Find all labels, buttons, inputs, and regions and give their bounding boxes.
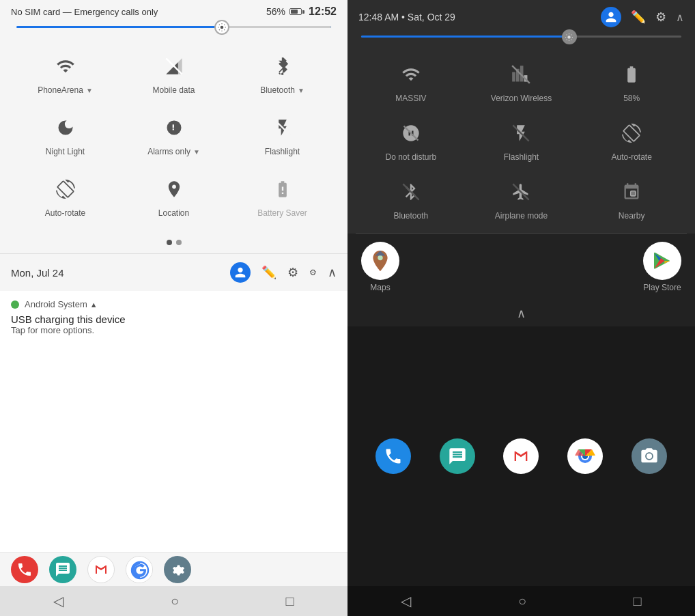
nav-bar-right: ◁ ○ □	[348, 586, 695, 616]
tile-icon-auto-rotate	[52, 176, 79, 203]
tile-battery[interactable]: 58%	[576, 51, 687, 110]
alarms-only-icon	[165, 118, 184, 137]
app-maps[interactable]: Maps	[361, 242, 399, 292]
tile-mobile-data[interactable]: Mobile data	[119, 42, 228, 103]
tile-do-not-disturb[interactable]: Do not disturb	[356, 110, 466, 169]
person-icon-left	[233, 265, 248, 280]
home-button-right[interactable]: ○	[518, 593, 526, 609]
app-icon-5[interactable]	[164, 556, 191, 583]
battery-icon-right	[622, 65, 641, 84]
tile-label-bluetooth-right: Bluetooth	[393, 211, 428, 221]
tile-auto-rotate-right[interactable]: Auto-rotate	[576, 110, 687, 169]
tile-nearby[interactable]: Nearby	[576, 169, 687, 227]
gmail-icon	[511, 447, 530, 466]
tile-label-night-light: Night Light	[46, 147, 85, 156]
brightness-sun-icon-right	[565, 33, 573, 42]
svg-point-18	[647, 453, 652, 459]
settings-extra-left[interactable]: ⚙	[309, 268, 317, 277]
brightness-thumb-left[interactable]	[214, 20, 229, 35]
tile-icon-dnd	[397, 120, 425, 147]
dot-2[interactable]	[176, 240, 182, 245]
tile-bluetooth-right[interactable]: Bluetooth	[356, 169, 466, 227]
tile-bluetooth[interactable]: Bluetooth ▼	[228, 42, 337, 103]
back-button-right[interactable]: ◁	[401, 593, 411, 609]
tile-flashlight-right[interactable]: Flashlight	[466, 110, 577, 169]
svg-rect-3	[172, 124, 173, 128]
bottom-icons-left: ✏️ ⚙ ⚙ ∧	[230, 262, 337, 283]
dock-chrome[interactable]	[567, 438, 603, 474]
tile-auto-rotate[interactable]: Auto-rotate	[11, 165, 119, 226]
tile-label-battery-saver: Battery Saver	[257, 208, 307, 218]
svg-point-8	[568, 36, 571, 38]
app-row-right: Maps Play Store	[348, 234, 695, 300]
tile-verizon[interactable]: Verizon Wireless	[466, 51, 577, 110]
recents-button-left[interactable]: □	[286, 593, 294, 609]
edit-icon-right[interactable]: ✏️	[631, 10, 646, 25]
app-icon-3[interactable]	[87, 556, 115, 583]
app-icon-4[interactable]	[126, 556, 153, 583]
up-arrow-icon[interactable]: ∧	[517, 306, 526, 321]
avatar-right[interactable]	[601, 7, 621, 27]
tile-phonearena[interactable]: PhoneArena ▼	[11, 42, 119, 103]
tile-alarms-only[interactable]: Alarms only ▼	[119, 103, 228, 165]
auto-rotate-icon-left	[56, 180, 75, 199]
right-icons-right: ✏️ ⚙ ∧	[601, 7, 684, 27]
tile-label-phonearena: PhoneArena ▼	[38, 85, 93, 95]
app-icon-2[interactable]	[49, 556, 76, 583]
status-bar-right: 12:48 AM • Sat, Oct 29 ✏️ ⚙ ∧	[348, 0, 695, 31]
brightness-track-left[interactable]	[16, 26, 331, 28]
chevron-up-left[interactable]: ∧	[328, 265, 337, 280]
settings-icon-left[interactable]: ⚙	[287, 265, 298, 280]
tile-airplane[interactable]: Airplane mode	[466, 169, 577, 227]
settings-icon-right[interactable]: ⚙	[655, 10, 666, 25]
person-icon-right	[604, 10, 619, 25]
dock-camera[interactable]	[632, 438, 667, 474]
dock-messages[interactable]	[440, 438, 475, 474]
tile-label-airplane: Airplane mode	[495, 211, 548, 221]
tile-icon-phonearena	[52, 53, 79, 80]
tile-location[interactable]: Location	[119, 165, 228, 226]
back-button-left[interactable]: ◁	[53, 593, 63, 609]
dock-gmail[interactable]	[503, 438, 539, 474]
tile-battery-saver[interactable]: Battery Saver	[228, 165, 337, 226]
left-panel: No SIM card — Emergency calls only 56% 1…	[0, 0, 348, 616]
tile-label-bluetooth: Bluetooth ▼	[260, 85, 304, 95]
home-button-left[interactable]: ○	[171, 593, 179, 609]
messages-icon	[448, 447, 467, 466]
notif-app-name: Android System ▲	[25, 299, 98, 309]
up-arrow-row[interactable]: ∧	[348, 300, 695, 326]
app-play-store[interactable]: Play Store	[643, 242, 681, 292]
tile-icon-airplane	[507, 178, 535, 206]
tile-icon-auto-rotate-right	[618, 120, 645, 147]
brightness-thumb-right[interactable]	[562, 29, 577, 44]
notif-header: Android System ▲	[11, 299, 337, 309]
recents-button-right[interactable]: □	[634, 593, 642, 609]
tile-icon-flashlight	[269, 114, 296, 141]
brightness-bar-left[interactable]	[0, 20, 348, 36]
brightness-bar-right[interactable]	[348, 31, 695, 46]
tile-label-alarms-only: Alarms only ▼	[147, 147, 200, 156]
dnd-icon	[401, 124, 421, 143]
sim-status-text: No SIM card — Emergency calls only	[11, 7, 158, 17]
date-text-left: Mon, Jul 24	[11, 267, 64, 279]
notif-expand-arrow[interactable]: ▲	[90, 300, 98, 309]
chevron-up-right[interactable]: ∧	[676, 11, 684, 24]
tile-flashlight[interactable]: Flashlight	[228, 103, 337, 165]
bluetooth-icon-right	[401, 182, 421, 201]
tile-massiv[interactable]: MASSIV	[356, 51, 466, 110]
avatar-left[interactable]	[230, 262, 251, 283]
edit-icon-left[interactable]: ✏️	[261, 265, 276, 280]
chrome-icon	[574, 445, 596, 467]
svg-point-0	[220, 26, 223, 29]
tile-label-location: Location	[158, 208, 189, 218]
brightness-track-right[interactable]	[361, 36, 681, 38]
dot-1[interactable]	[167, 240, 172, 245]
app-icon-1[interactable]	[11, 556, 38, 583]
battery-icon-left	[289, 8, 304, 15]
auto-rotate-icon-right	[622, 124, 641, 143]
tile-night-light[interactable]: Night Light	[11, 103, 119, 165]
tile-icon-bluetooth-right	[397, 178, 425, 206]
tile-label-flashlight: Flashlight	[265, 147, 300, 156]
night-light-icon	[56, 118, 75, 137]
dock-phone[interactable]	[375, 438, 411, 474]
